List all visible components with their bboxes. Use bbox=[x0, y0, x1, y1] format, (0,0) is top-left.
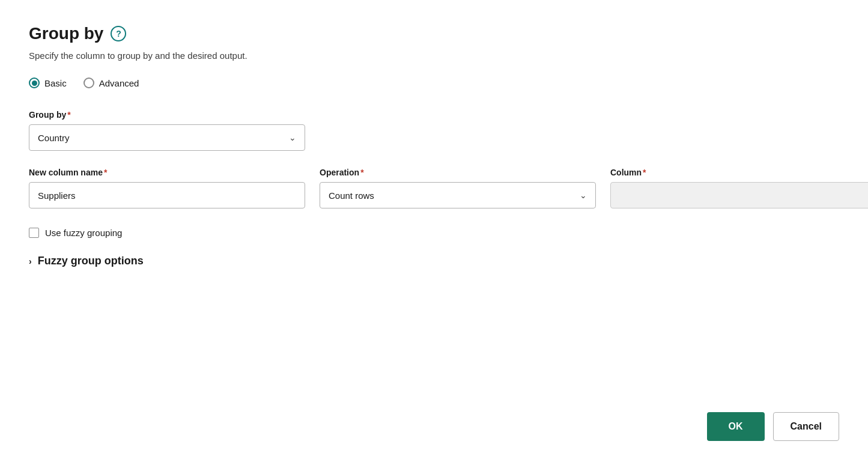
fuzzy-grouping-label: Use fuzzy grouping bbox=[45, 228, 122, 238]
chevron-right-icon: › bbox=[29, 257, 32, 266]
radio-advanced[interactable]: Advanced bbox=[83, 78, 139, 88]
operation-chevron-icon: ⌄ bbox=[580, 190, 587, 200]
column-field: Column* ⌄ bbox=[610, 168, 868, 208]
group-by-section: Group by* Country ⌄ bbox=[29, 110, 839, 151]
new-column-input[interactable] bbox=[29, 182, 305, 208]
dialog-title: Group by bbox=[29, 24, 103, 43]
chevron-down-icon: ⌄ bbox=[289, 133, 296, 142]
footer-buttons: OK Cancel bbox=[707, 412, 839, 441]
operation-value: Count rows bbox=[329, 190, 374, 201]
cancel-button[interactable]: Cancel bbox=[773, 412, 839, 441]
radio-advanced-indicator bbox=[83, 78, 94, 88]
column-label: Column* bbox=[610, 168, 868, 177]
radio-basic-indicator bbox=[29, 78, 40, 88]
column-dropdown[interactable]: ⌄ bbox=[610, 182, 868, 208]
operation-dropdown[interactable]: Count rows ⌄ bbox=[320, 182, 596, 208]
radio-basic[interactable]: Basic bbox=[29, 78, 67, 88]
fuzzy-grouping-checkbox[interactable] bbox=[29, 228, 39, 238]
columns-row: New column name* Operation* Count rows ⌄… bbox=[29, 168, 839, 208]
radio-advanced-label: Advanced bbox=[99, 78, 139, 88]
dialog-subtitle: Specify the column to group by and the d… bbox=[29, 50, 839, 61]
group-by-dropdown[interactable]: Country ⌄ bbox=[29, 124, 305, 151]
radio-basic-label: Basic bbox=[44, 78, 67, 88]
fuzzy-group-options-label: Fuzzy group options bbox=[38, 255, 144, 267]
radio-group: Basic Advanced bbox=[29, 78, 839, 88]
group-by-dialog: Group by ? Specify the column to group b… bbox=[0, 0, 868, 465]
ok-button[interactable]: OK bbox=[707, 412, 765, 441]
operation-label: Operation* bbox=[320, 168, 596, 177]
operation-field: Operation* Count rows ⌄ bbox=[320, 168, 596, 208]
group-by-value: Country bbox=[38, 133, 70, 143]
fuzzy-group-options-row[interactable]: › Fuzzy group options bbox=[29, 255, 839, 267]
new-column-field: New column name* bbox=[29, 168, 305, 208]
group-by-label: Group by* bbox=[29, 110, 839, 120]
title-row: Group by ? bbox=[29, 24, 839, 43]
new-column-label: New column name* bbox=[29, 168, 305, 177]
fuzzy-grouping-row: Use fuzzy grouping bbox=[29, 228, 839, 238]
help-icon[interactable]: ? bbox=[111, 26, 126, 41]
